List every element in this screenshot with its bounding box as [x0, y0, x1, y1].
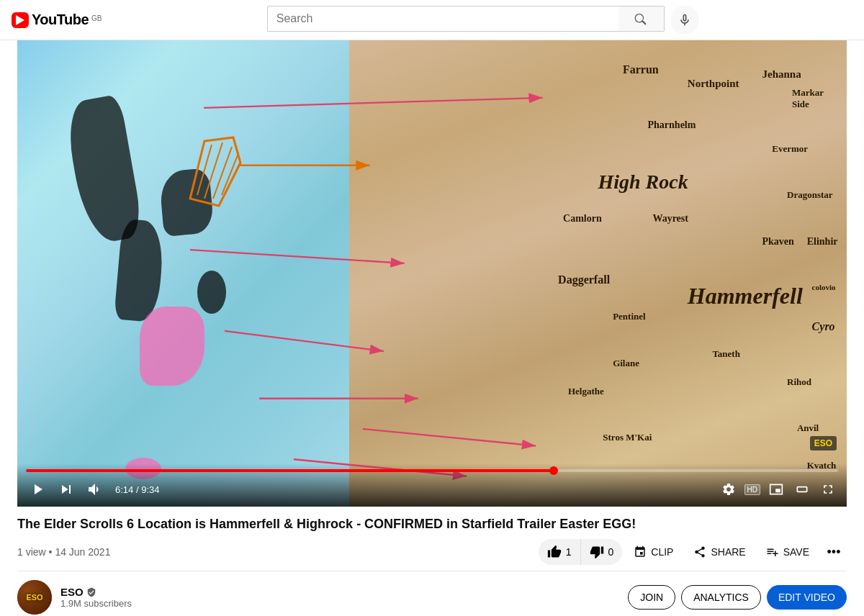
microphone-button[interactable] [670, 6, 699, 35]
thumbs-down-icon [590, 545, 604, 559]
svg-line-3 [213, 147, 232, 199]
map-label-evermor: Evermor [772, 143, 808, 155]
upload-date: 14 Jun 2021 [55, 546, 110, 558]
play-button[interactable] [26, 478, 49, 501]
clip-button[interactable]: CLIP [625, 540, 682, 564]
map-label-pkaven: Pkaven [762, 236, 793, 248]
save-icon [766, 545, 779, 558]
controls-row: 6:14 / 9:34 HD [26, 478, 838, 501]
svg-line-2 [204, 142, 222, 199]
avatar-text: ESO [26, 593, 42, 602]
left-map-panel [17, 40, 366, 507]
svg-line-1 [197, 145, 212, 195]
skip-next-icon [58, 481, 75, 498]
more-icon: ••• [827, 545, 841, 560]
hatching-shape [183, 134, 248, 213]
video-player[interactable]: Farrun Northpoint Jehanna Pharnhelm High… [17, 40, 847, 507]
map-label-rihod: Rihod [787, 376, 811, 388]
channel-name: ESO [60, 586, 619, 598]
like-dislike-group: 1 0 [539, 539, 623, 565]
page-wrapper: Farrun Northpoint Jehanna Pharnhelm High… [0, 40, 864, 616]
eso-watermark: ESO [810, 436, 837, 450]
country-label: GB [91, 14, 102, 22]
youtube-wordmark: YouTube [32, 12, 89, 28]
progress-bar[interactable] [26, 469, 838, 472]
map-label-camlorn: Camlorn [563, 213, 602, 225]
svg-marker-0 [190, 137, 240, 206]
hd-badge: HD [744, 484, 760, 495]
theater-mode-icon [795, 482, 809, 497]
fullscreen-button[interactable] [818, 479, 838, 499]
settings-icon [721, 482, 736, 497]
search-area [267, 6, 699, 35]
map-label-jehanna: Jehanna [762, 68, 801, 81]
volume-button[interactable] [84, 478, 107, 501]
map-label-pharnhelm: Pharnhelm [648, 119, 696, 131]
share-button[interactable]: SHARE [685, 540, 754, 564]
youtube-logo[interactable]: YouTube GB [12, 12, 102, 28]
share-icon [693, 545, 706, 558]
play-icon [29, 481, 46, 498]
miniplayer-icon [769, 482, 783, 497]
time-current: 6:14 [115, 484, 133, 495]
edit-video-button[interactable]: EDIT VIDEO [767, 585, 847, 610]
video-controls: 6:14 / 9:34 HD [17, 463, 847, 507]
right-map-panel: Farrun Northpoint Jehanna Pharnhelm High… [349, 40, 847, 507]
like-button[interactable]: 1 [539, 539, 581, 565]
play-triangle-icon [16, 15, 24, 25]
thumbs-up-icon [547, 545, 562, 559]
map-label-wayrest: Wayrest [652, 213, 688, 225]
map-label-hammerfell: Hammerfell [688, 283, 803, 309]
microphone-icon [678, 13, 692, 27]
map-label-cyro: Cyro [812, 320, 835, 333]
map-label-gilane: Gilane [613, 358, 639, 369]
save-button[interactable]: SAVE [757, 540, 818, 564]
settings-button[interactable] [719, 479, 739, 499]
action-buttons: 1 0 CLIP [539, 539, 847, 565]
channel-name-text: ESO [60, 586, 84, 598]
map-label-northpoint: Northpoint [688, 78, 739, 90]
map-label-colovio: colovio [812, 283, 836, 291]
map-label-highrock: High Rock [598, 171, 688, 194]
progress-fill [26, 469, 554, 472]
map-label-stros: Stros M'Kai [603, 432, 652, 443]
youtube-icon [12, 12, 29, 28]
channel-avatar[interactable]: ESO [17, 580, 52, 615]
clip-icon [634, 545, 647, 558]
map-label-daggerfall: Daggerfall [558, 273, 610, 286]
share-label: SHARE [711, 546, 745, 558]
channel-row: ESO ESO 1.9M subscribers JOIN ANALYTICS … [17, 571, 847, 616]
verified-icon [86, 587, 96, 597]
progress-dot [549, 466, 558, 475]
analytics-button[interactable]: ANALYTICS [681, 585, 761, 610]
more-options-button[interactable]: ••• [821, 539, 847, 565]
view-count: 1 view [17, 546, 46, 558]
map-pink-blob-1 [140, 307, 204, 386]
video-info: The Elder Scrolls 6 Location is Hammerfe… [17, 507, 847, 571]
like-count: 1 [566, 546, 572, 558]
video-stats: 1 view • 14 Jun 2021 [17, 546, 110, 558]
video-meta-row: 1 view • 14 Jun 2021 1 [17, 539, 847, 565]
save-label: SAVE [783, 546, 809, 558]
map-label-helgathe: Helgathe [568, 386, 604, 397]
theater-mode-button[interactable] [792, 479, 812, 499]
time-display: 6:14 / 9:34 [115, 484, 159, 495]
map-label-dragonstar: Dragonstar [787, 189, 833, 201]
miniplayer-button[interactable] [766, 479, 786, 499]
search-button[interactable] [618, 6, 665, 32]
map-label-taneth: Taneth [712, 348, 740, 360]
volume-icon [86, 481, 104, 498]
next-button[interactable] [55, 478, 78, 501]
map-label-anvil: Anvil [797, 422, 819, 434]
fullscreen-icon [821, 482, 835, 497]
search-icon [634, 12, 648, 26]
clip-label: CLIP [651, 546, 673, 558]
join-button[interactable]: JOIN [628, 585, 675, 610]
header: YouTube GB [0, 0, 864, 40]
map-label-farrun: Farrun [623, 63, 659, 76]
time-total: 9:34 [141, 484, 159, 495]
channel-info: ESO 1.9M subscribers [60, 586, 619, 609]
subscriber-count: 1.9M subscribers [60, 598, 619, 609]
dislike-button[interactable]: 0 [581, 539, 623, 565]
search-input[interactable] [267, 6, 618, 32]
